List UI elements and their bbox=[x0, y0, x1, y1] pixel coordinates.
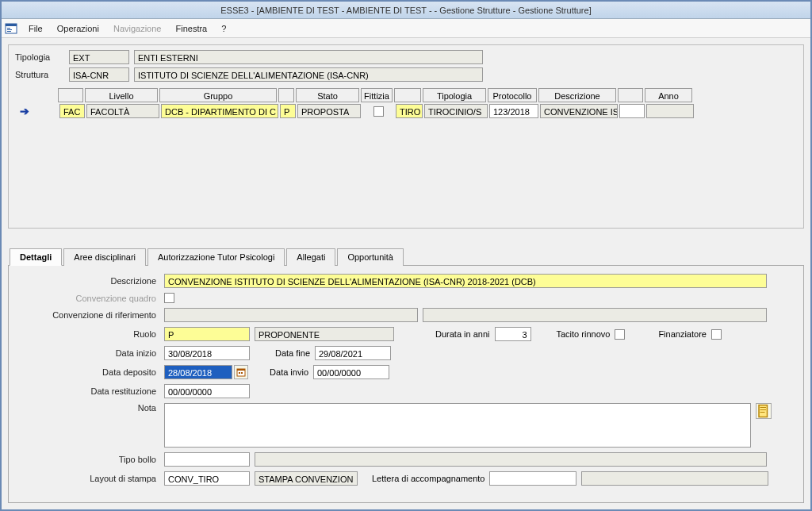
conv-quadro-checkbox[interactable] bbox=[164, 293, 174, 303]
svg-rect-1 bbox=[6, 24, 17, 26]
descrizione-label: Descrizione bbox=[17, 276, 159, 286]
layout-label: Layout di stampa bbox=[17, 474, 159, 483]
header-panel: Tipologia EXT ENTI ESTERNI Struttura ISA… bbox=[8, 44, 804, 229]
data-fine-field[interactable]: 29/08/2021 bbox=[315, 346, 391, 360]
nota-expand-button[interactable] bbox=[756, 403, 772, 419]
grid-header: Livello Gruppo Stato Fittizia Tipologia … bbox=[15, 88, 797, 102]
durata-field[interactable]: 3 bbox=[495, 327, 531, 341]
content: Tipologia EXT ENTI ESTERNI Struttura ISA… bbox=[2, 38, 810, 509]
data-inizio-field[interactable]: 30/08/2018 bbox=[164, 346, 250, 360]
conv-rif-label: Convenzione di riferimento bbox=[17, 310, 159, 320]
tipologia-label: Tipologia bbox=[15, 52, 64, 62]
col-stato-code-head bbox=[278, 88, 294, 102]
tabs: Dettagli Aree disciplinari Autorizzazion… bbox=[8, 248, 804, 266]
tipo-bollo-label: Tipo bollo bbox=[17, 455, 159, 464]
tab-aree[interactable]: Aree disciplinari bbox=[63, 248, 146, 266]
col-livello-head: Livello bbox=[85, 88, 158, 102]
data-inizio-label: Data inizio bbox=[17, 348, 159, 358]
app-window: ESSE3 - [AMBIENTE DI TEST - AMBIENTE DI … bbox=[0, 0, 812, 511]
struttura-label: Struttura bbox=[15, 70, 64, 79]
cell-fittizia[interactable] bbox=[362, 104, 394, 118]
cell-tipologia-desc[interactable]: TIROCINIO/S bbox=[424, 104, 488, 118]
data-deposito-label: Data deposito bbox=[17, 367, 159, 377]
menu-operazioni[interactable]: Operazioni bbox=[51, 21, 105, 36]
calendar-button[interactable] bbox=[234, 365, 248, 379]
cell-gruppo[interactable]: DCB - DIPARTIMENTO DI C bbox=[161, 104, 278, 118]
titlebar: ESSE3 - [AMBIENTE DI TEST - AMBIENTE DI … bbox=[2, 2, 810, 19]
layout-code[interactable]: CONV_TIRO bbox=[164, 471, 250, 486]
tipologia-code[interactable]: EXT bbox=[69, 50, 129, 64]
data-restituzione-field[interactable]: 00/00/0000 bbox=[164, 384, 250, 398]
tab-allegati[interactable]: Allegati bbox=[286, 248, 335, 266]
cell-protocollo[interactable]: 123/2018 bbox=[489, 104, 538, 118]
descrizione-field[interactable]: CONVENZIONE ISTITUTO DI SCIENZE DELL'ALI… bbox=[164, 274, 767, 288]
cell-anno-code[interactable] bbox=[619, 104, 645, 118]
col-gruppo-head: Gruppo bbox=[159, 88, 277, 102]
titlebar-text: ESSE3 - [AMBIENTE DI TEST - AMBIENTE DI … bbox=[220, 6, 591, 15]
cell-stato-desc[interactable]: PROPOSTA bbox=[297, 104, 361, 118]
lettera-code[interactable] bbox=[489, 471, 576, 486]
app-icon bbox=[5, 22, 17, 35]
tipo-bollo-code[interactable] bbox=[164, 452, 250, 467]
tab-body-dettagli: Descrizione CONVENZIONE ISTITUTO DI SCIE… bbox=[8, 266, 804, 503]
struttura-code[interactable]: ISA-CNR bbox=[69, 67, 129, 82]
col-descrizione-head: Descrizione bbox=[538, 88, 616, 102]
menu-help[interactable]: ? bbox=[215, 21, 232, 36]
tipologia-desc[interactable]: ENTI ESTERNI bbox=[134, 50, 483, 64]
tab-opportunita[interactable]: Opportunità bbox=[337, 248, 403, 266]
grid-empty-area bbox=[15, 118, 797, 221]
finanziatore-label: Finanziatore bbox=[658, 329, 707, 339]
svg-rect-3 bbox=[7, 29, 12, 30]
conv-rif-code[interactable] bbox=[164, 308, 418, 322]
col-tipologia-head: Tipologia bbox=[423, 88, 486, 102]
menu-file[interactable]: File bbox=[22, 21, 49, 36]
note-icon bbox=[756, 404, 771, 418]
ruolo-label: Ruolo bbox=[17, 329, 159, 339]
row-indicator-icon: ➔ bbox=[15, 105, 58, 117]
struttura-desc[interactable]: ISTITUTO DI SCIENZE DELL'ALIMENTAZIONE (… bbox=[134, 67, 483, 82]
finanziatore-checkbox[interactable] bbox=[711, 329, 722, 340]
col-anno-head: Anno bbox=[645, 88, 692, 102]
menu-navigazione[interactable]: Navigazione bbox=[107, 21, 168, 36]
ruolo-desc[interactable]: PROPONENTE bbox=[255, 327, 394, 341]
nota-textarea[interactable] bbox=[164, 403, 751, 448]
col-anno-code-head bbox=[618, 88, 643, 102]
tacito-label: Tacito rinnovo bbox=[557, 329, 611, 339]
svg-rect-2 bbox=[7, 28, 10, 29]
menu-finestra[interactable]: Finestra bbox=[169, 21, 213, 36]
tab-autorizzazione[interactable]: Autorizzazione Tutor Psicologi bbox=[147, 248, 285, 266]
tipo-bollo-desc[interactable] bbox=[255, 452, 767, 467]
cell-descrizione[interactable]: CONVENZIONE IS bbox=[540, 104, 618, 118]
svg-rect-8 bbox=[241, 372, 243, 374]
svg-rect-4 bbox=[7, 31, 11, 32]
cell-anno-desc[interactable] bbox=[646, 104, 694, 118]
cell-tipologia-code[interactable]: TIRO bbox=[396, 104, 423, 118]
nota-label: Nota bbox=[17, 403, 159, 413]
tab-dettagli[interactable]: Dettagli bbox=[10, 248, 62, 266]
col-fittizia-head: Fittizia bbox=[361, 88, 393, 102]
data-fine-label: Data fine bbox=[262, 348, 310, 358]
layout-desc[interactable]: STAMPA CONVENZION bbox=[255, 471, 358, 486]
svg-rect-6 bbox=[237, 369, 245, 371]
cell-livello-code[interactable]: FAC bbox=[59, 104, 85, 118]
durata-label: Durata in anni bbox=[435, 329, 490, 339]
data-deposito-field[interactable]: 28/08/2018 bbox=[164, 365, 232, 379]
ruolo-code[interactable]: P bbox=[164, 327, 250, 341]
data-invio-field[interactable]: 00/00/0000 bbox=[313, 365, 389, 379]
checkbox-icon bbox=[373, 106, 384, 117]
col-stato-head: Stato bbox=[296, 88, 359, 102]
svg-rect-7 bbox=[239, 372, 240, 374]
data-restituzione-label: Data restituzione bbox=[17, 386, 159, 396]
col-protocollo-head: Protocollo bbox=[488, 88, 537, 102]
menubar: File Operazioni Navigazione Finestra ? bbox=[2, 19, 810, 38]
conv-rif-desc[interactable] bbox=[423, 308, 767, 322]
lettera-desc[interactable] bbox=[581, 471, 768, 486]
lettera-label: Lettera di accompagnamento bbox=[372, 474, 485, 483]
tacito-checkbox[interactable] bbox=[615, 329, 625, 340]
data-invio-label: Data invio bbox=[261, 367, 308, 377]
calendar-icon bbox=[236, 367, 246, 377]
cell-stato-code[interactable]: P bbox=[280, 104, 296, 118]
svg-rect-9 bbox=[759, 405, 768, 417]
cell-livello-desc[interactable]: FACOLTÀ bbox=[86, 104, 159, 118]
grid-row[interactable]: ➔ FAC FACOLTÀ DCB - DIPARTIMENTO DI C P … bbox=[15, 104, 797, 118]
